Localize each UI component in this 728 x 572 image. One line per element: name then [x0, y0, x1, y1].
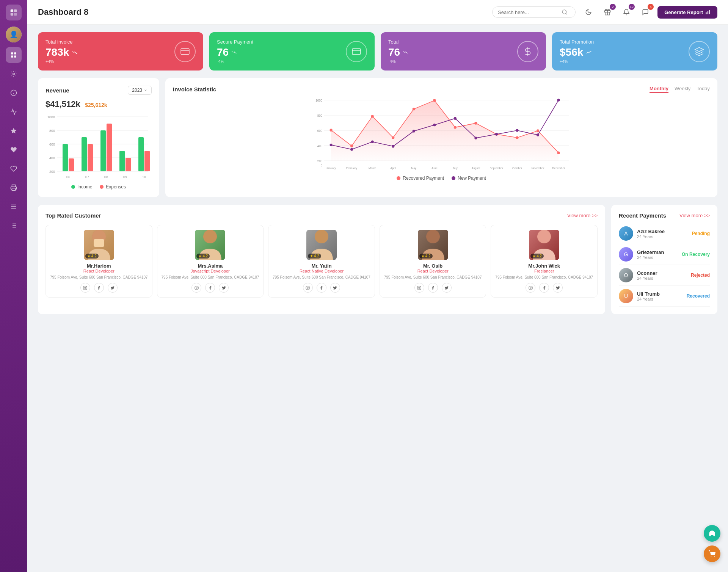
svg-text:600: 600 [317, 129, 323, 133]
payment-status-0: Pending [692, 231, 710, 236]
twitter-icon-2[interactable] [330, 283, 340, 293]
sidebar-item-info[interactable] [6, 85, 22, 101]
svg-point-120 [426, 230, 440, 243]
instagram-icon-3[interactable] [414, 283, 424, 293]
gift-button[interactable]: 2 [601, 5, 614, 19]
tab-weekly[interactable]: Weekly [675, 86, 690, 93]
search-input[interactable] [498, 9, 559, 15]
twitter-icon-0[interactable] [108, 283, 118, 293]
svg-point-104 [495, 133, 498, 135]
payment-info-0: Aziz Bakree 24 Years [637, 229, 688, 239]
instagram-icon-1[interactable] [191, 283, 201, 293]
svg-rect-0 [11, 9, 13, 12]
theme-toggle[interactable] [582, 5, 595, 19]
trend-up-icon [585, 49, 592, 55]
instagram-icon-4[interactable] [526, 283, 535, 293]
dashboard-content: Total invoice 783k +4% Secure Payment 76 [27, 25, 728, 572]
payment-name-2: Oconner [637, 270, 687, 276]
svg-rect-121 [417, 286, 421, 289]
gift-icon [604, 9, 611, 16]
tab-monthly[interactable]: Monthly [650, 86, 668, 93]
recovered-dot [397, 176, 400, 180]
stat-value-1: 76 [217, 46, 253, 58]
payment-info-2: Oconner 24 Years [637, 270, 687, 281]
sidebar-item-star[interactable] [6, 123, 22, 139]
bell-badge: 12 [629, 4, 635, 10]
revenue-bar-chart: 1000 800 600 400 200 06 07 [46, 113, 152, 181]
sidebar-item-menu[interactable] [6, 199, 22, 215]
sidebar-item-list[interactable] [6, 218, 22, 234]
payment-age-2: 24 Years [637, 276, 687, 281]
svg-rect-46 [69, 158, 74, 171]
sidebar-item-heart[interactable] [6, 142, 22, 158]
customers-view-more[interactable]: View more >> [567, 213, 598, 218]
payments-card: Recent Payments View more >> A Aziz Bakr… [611, 205, 717, 314]
svg-text:10: 10 [142, 175, 146, 179]
twitter-icon-4[interactable] [553, 283, 563, 293]
svg-line-24 [566, 13, 567, 14]
customer-name-3: Mr. Osib [423, 263, 442, 269]
social-icons-1 [191, 283, 229, 293]
payment-info-3: Uli Trumb 24 Years [637, 291, 683, 301]
svg-text:400: 400 [317, 144, 323, 148]
payment-name-0: Aziz Bakree [637, 229, 688, 234]
facebook-icon-0[interactable] [94, 283, 104, 293]
sidebar-item-activity[interactable] [6, 104, 22, 120]
stat-card-secure-payment: Secure Payment 76 -4% [209, 32, 375, 71]
svg-text:800: 800 [317, 114, 323, 118]
page-title: Dashboard 8 [38, 7, 486, 17]
payments-view-more[interactable]: View more >> [679, 213, 710, 218]
payment-status-1: On Recovery [682, 252, 710, 257]
svg-rect-7 [14, 56, 16, 58]
facebook-icon-4[interactable] [539, 283, 549, 293]
sidebar-item-print[interactable] [6, 180, 22, 196]
chat-button[interactable]: 5 [639, 5, 652, 19]
revenue-chart-title: Revenue [46, 87, 69, 94]
svg-point-119 [307, 287, 309, 288]
revenue-values: $41,512k $25,612k [46, 99, 152, 109]
bell-button[interactable]: 12 [620, 5, 633, 19]
payments-header: Recent Payments View more >> [619, 212, 710, 219]
avatar[interactable]: 👤 [6, 27, 22, 42]
instagram-icon-0[interactable] [80, 283, 90, 293]
svg-rect-30 [181, 49, 189, 54]
sidebar-item-settings[interactable] [6, 66, 22, 82]
twitter-icon-3[interactable] [442, 283, 452, 293]
facebook-icon-2[interactable] [317, 283, 326, 293]
instagram-icon-2[interactable] [303, 283, 313, 293]
year-selector[interactable]: 2023 [128, 86, 152, 95]
customers-grid: ★ 4.2 Mr.Hariom React Developer 795 Fols… [46, 225, 598, 298]
customer-role-0: React Developer [83, 269, 115, 273]
svg-point-112 [85, 287, 86, 288]
svg-rect-110 [94, 239, 104, 247]
stats-row: Total invoice 783k +4% Secure Payment 76 [38, 32, 717, 71]
cart-float-button[interactable] [704, 545, 720, 562]
facebook-icon-1[interactable] [205, 283, 215, 293]
payment-age-3: 24 Years [637, 297, 683, 301]
sidebar-logo[interactable] [6, 5, 22, 20]
customer-name-2: Mr. Yatin [311, 263, 331, 269]
sidebar-item-dashboard[interactable] [6, 47, 22, 63]
svg-point-123 [537, 230, 551, 243]
generate-report-button[interactable]: Generate Report [657, 6, 717, 19]
svg-text:06: 06 [66, 175, 70, 179]
bar-chart-icon [705, 9, 711, 15]
payment-status-2: Rejected [691, 273, 710, 278]
payments-title: Recent Payments [619, 212, 666, 219]
payment-avatar-1: G [619, 247, 633, 262]
svg-point-91 [474, 122, 477, 124]
revenue-chart-card: Revenue 2023 $41,512k $25,612k [38, 78, 159, 197]
sidebar-item-heart2[interactable] [6, 161, 22, 177]
customer-photo-1: ★ 4.2 [195, 230, 225, 260]
trend-down-icon [71, 49, 77, 55]
twitter-icon-1[interactable] [219, 283, 229, 293]
invoice-legend: Recovered Payment New Payment [173, 176, 710, 181]
facebook-icon-3[interactable] [428, 283, 438, 293]
tab-today[interactable]: Today [697, 86, 710, 93]
stat-card-total-promotion: Total Promotion $56k +4% [552, 32, 717, 71]
customer-name-4: Mr.John Wick [528, 263, 560, 269]
svg-text:January: January [326, 166, 336, 170]
search-box[interactable] [492, 6, 576, 18]
income-dot [71, 185, 75, 189]
support-float-button[interactable] [704, 525, 720, 542]
